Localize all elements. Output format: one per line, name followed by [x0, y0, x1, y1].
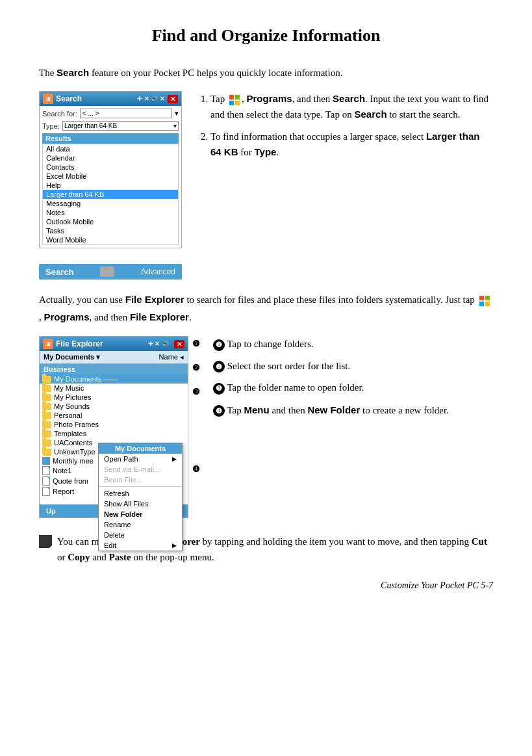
explorer-item-mysounds[interactable]: My Sounds	[40, 402, 188, 411]
list-item-help[interactable]: Help	[43, 181, 178, 190]
search-section: ⊞ Search ✛ ✕ 🔊 ✕ ✕ Search for: < ... > ▾…	[39, 91, 493, 248]
svg-rect-6	[479, 301, 484, 306]
list-item-messaging[interactable]: Messaging	[43, 199, 178, 208]
callout-1-text: ❶ Tap to change folders.	[213, 336, 493, 353]
ctx-rename[interactable]: Rename	[99, 519, 182, 530]
results-header: Results	[42, 133, 179, 144]
explorer-with-callouts: ⊞ File Explorer ✛ ✕ 🔊 ✕ My Documents ▾ N…	[39, 336, 200, 518]
type-select[interactable]: Larger than 64 KB ▾	[62, 121, 179, 131]
svg-rect-7	[485, 301, 490, 306]
folder-icon-unknowntype	[42, 449, 51, 456]
doc-icon-report	[42, 487, 50, 496]
callout-numbers-col: ❶ ❷ ❸ ❹	[192, 336, 200, 474]
ctx-new-folder[interactable]: New Folder	[99, 509, 182, 519]
explorer-titlebar: ⊞ File Explorer ✛ ✕ 🔊 ✕	[40, 337, 188, 351]
type-value: Larger than 64 KB	[64, 122, 117, 129]
explorer-section: ⊞ File Explorer ✛ ✕ 🔊 ✕ My Documents ▾ N…	[39, 336, 493, 518]
svg-rect-5	[485, 295, 490, 300]
type-dropdown-arrow: ▾	[173, 122, 177, 129]
explorer-screenshot: ⊞ File Explorer ✛ ✕ 🔊 ✕ My Documents ▾ N…	[39, 336, 188, 518]
keyboard-icon	[100, 267, 114, 277]
callout-4-text: ❹ Tap Menu and then New Folder to create…	[213, 402, 493, 419]
item-label-mydocs: My Documents ——	[54, 375, 118, 383]
step2-larger64: Larger than 64 KB	[210, 131, 479, 157]
checkbox-icon-monthly	[42, 457, 50, 465]
item-label-personal: Personal	[54, 411, 82, 419]
doc-icon-note1	[42, 466, 50, 475]
item-label-templates: Templates	[54, 430, 86, 437]
item-label-photoframes: Photo Frames	[54, 421, 99, 428]
step-1: Tap , Programs, and then Search. Input t…	[210, 91, 493, 122]
ctx-show-all-files[interactable]: Show All Files	[99, 499, 182, 509]
search-input[interactable]: < ... >	[80, 109, 172, 118]
circled-3: ❸	[213, 383, 225, 395]
list-item-outlook[interactable]: Outlook Mobile	[43, 217, 178, 226]
type-row: Type: Larger than 64 KB ▾	[42, 121, 179, 131]
folder-icon-templates	[42, 430, 51, 437]
note-cut: Cut	[472, 536, 487, 547]
explorer-nav: My Documents ▾ Name ◂	[40, 351, 188, 364]
search-body: Search for: < ... > ▾ Type: Larger than …	[40, 106, 181, 248]
folder-icon-personal	[42, 412, 51, 419]
bottom-up[interactable]: Up	[46, 507, 56, 515]
windows-logo-2	[479, 295, 490, 307]
explorer-screenshot-wrapper: ⊞ File Explorer ✛ ✕ 🔊 ✕ My Documents ▾ N…	[39, 336, 200, 518]
titlebar-icons: ✛ ✕ 🔊 ✕	[137, 96, 165, 102]
search-results-list: All data Calendar Contacts Excel Mobile …	[42, 144, 179, 245]
callout-num-4: ❹	[192, 464, 200, 474]
list-item-word[interactable]: Word Mobile	[43, 235, 178, 244]
explorer-close-btn[interactable]: ✕	[174, 340, 184, 348]
search-screenshot: ⊞ Search ✛ ✕ 🔊 ✕ ✕ Search for: < ... > ▾…	[39, 91, 182, 248]
footer-text: Customize Your Pocket PC 5-7	[381, 580, 493, 590]
list-item-calendar[interactable]: Calendar	[43, 153, 178, 163]
step1-search2: Search	[355, 109, 387, 120]
list-item-tasks[interactable]: Tasks	[43, 226, 178, 235]
intro-paragraph: The Search feature on your Pocket PC hel…	[39, 65, 493, 81]
callout-3-text: ❸ Tap the folder name to open folder.	[213, 380, 493, 397]
list-item-larger64kb[interactable]: Larger than 64 KB	[43, 190, 178, 199]
folder-icon-mypictures	[42, 394, 51, 401]
explorer-item-mypictures[interactable]: My Pictures	[40, 393, 188, 402]
note-paste: Paste	[109, 552, 131, 562]
search-bar-inner: Search Advanced	[39, 264, 182, 280]
item-label-uacontents: UAContents	[54, 439, 92, 447]
search-advanced-label: Advanced	[141, 267, 175, 276]
explorer-item-mymusic[interactable]: My Music	[40, 384, 188, 393]
search-for-row: Search for: < ... > ▾	[42, 109, 179, 118]
ctx-open-path[interactable]: Open Path▶	[99, 454, 182, 464]
explorer-file-list: My Documents —— My Music My Pictures My …	[40, 374, 188, 504]
ctx-refresh[interactable]: Refresh	[99, 488, 182, 499]
explorer-item-templates[interactable]: Templates	[40, 429, 188, 438]
circled-1: ❶	[213, 339, 225, 351]
explorer-title-text: File Explorer	[56, 339, 146, 348]
search-close-btn[interactable]: ✕	[168, 95, 178, 103]
ctx-delete[interactable]: Delete	[99, 530, 182, 540]
current-folder[interactable]: My Documents ▾	[44, 353, 100, 361]
svg-rect-3	[235, 100, 240, 105]
doc-icon-quotefrom	[42, 476, 50, 486]
item-label-mymusic: My Music	[54, 384, 84, 392]
name-sort[interactable]: Name ◂	[159, 353, 184, 361]
ctx-edit[interactable]: Edit▶	[99, 540, 182, 551]
search-title-text: Search	[56, 94, 134, 103]
step-2: To find information that occupies a larg…	[210, 129, 493, 160]
search-titlebar: ⊞ Search ✛ ✕ 🔊 ✕ ✕	[40, 92, 181, 106]
file-explorer-bold1: File Explorer	[125, 294, 184, 305]
search-bar-label: Search	[45, 267, 73, 277]
folder-icon-photoframes	[42, 421, 51, 428]
callout-num-2: ❷	[192, 363, 200, 372]
list-item-excel[interactable]: Excel Mobile	[43, 172, 178, 181]
search-bold: Search	[57, 67, 89, 78]
explorer-item-personal[interactable]: Personal	[40, 411, 188, 420]
list-item-alldata[interactable]: All data	[43, 144, 178, 153]
list-item-notes[interactable]: Notes	[43, 208, 178, 217]
list-item-contacts[interactable]: Contacts	[43, 163, 178, 172]
context-menu-title: My Documents	[99, 443, 182, 454]
explorer-item-photoframes[interactable]: Photo Frames	[40, 420, 188, 429]
item-label-monthly: Monthly mee	[53, 457, 94, 465]
dropdown-arrow[interactable]: ▾	[175, 109, 179, 118]
explorer-item-mydocs[interactable]: My Documents ——	[40, 374, 188, 384]
item-label-unknowntype: UnkownType ...	[54, 448, 103, 456]
para2: Actually, you can use File Explorer to s…	[39, 291, 493, 326]
win-logo-explorer: ⊞	[43, 339, 53, 349]
